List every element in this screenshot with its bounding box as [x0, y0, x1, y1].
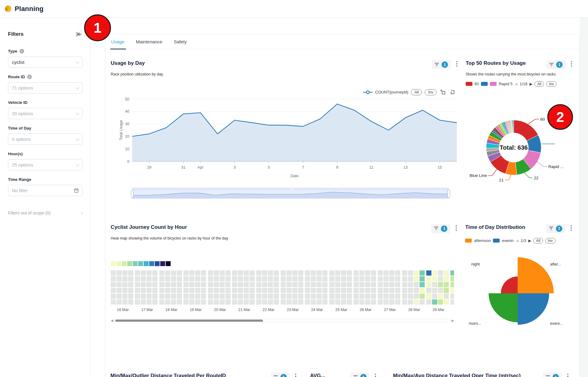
zoom-reset-icon[interactable]	[449, 89, 455, 95]
heatmap-cell[interactable]	[408, 282, 413, 287]
heatmap-cell[interactable]	[274, 288, 279, 293]
heatmap-cell[interactable]	[414, 270, 419, 276]
heatmap-cell[interactable]	[395, 288, 400, 293]
heatmap-cell[interactable]	[395, 299, 400, 305]
heatmap-cell[interactable]	[268, 288, 273, 293]
heatmap-cell[interactable]	[256, 294, 261, 299]
heatmap-cell[interactable]	[311, 299, 316, 305]
heatmap-cell[interactable]	[281, 299, 286, 305]
heatmap-cell[interactable]	[444, 294, 449, 299]
heatmap-cell[interactable]	[311, 276, 316, 281]
heatmap-cell[interactable]	[159, 282, 165, 287]
heatmap-cell[interactable]	[146, 282, 152, 287]
heatmap-cell[interactable]	[201, 288, 206, 293]
brush-handle-left[interactable]	[131, 190, 134, 198]
heatmap-cell[interactable]	[177, 288, 182, 293]
heatmap-cell[interactable]	[152, 288, 157, 293]
heatmap-cell[interactable]	[268, 294, 273, 299]
heatmap-cell[interactable]	[287, 282, 292, 287]
heatmap-cell[interactable]	[189, 294, 194, 299]
heatmap-cell[interactable]	[402, 294, 407, 299]
heatmap-cell[interactable]	[171, 270, 176, 276]
type-select[interactable]: cyclist	[8, 57, 83, 68]
heatmap-cell[interactable]	[238, 294, 243, 299]
heatmap-cell[interactable]	[389, 294, 394, 299]
heatmap-cell[interactable]	[116, 270, 122, 276]
heatmap-cell[interactable]	[141, 288, 146, 293]
heatmap-cell[interactable]	[365, 288, 370, 293]
heatmap-cell[interactable]	[268, 282, 273, 287]
heatmap-cell[interactable]	[274, 276, 279, 281]
heatmap-cell[interactable]	[383, 282, 389, 287]
heatmap-cell[interactable]	[244, 282, 249, 287]
heatmap-cell[interactable]	[214, 276, 219, 281]
heatmap-cell[interactable]	[122, 276, 128, 281]
heatmap-cell[interactable]	[420, 294, 425, 299]
heatmap-cell[interactable]	[244, 270, 249, 276]
heatmap-cell[interactable]	[195, 276, 200, 281]
heatmap-cell[interactable]	[365, 294, 370, 299]
heatmap-cell[interactable]	[238, 276, 243, 281]
heatmap-cell[interactable]	[189, 288, 194, 293]
heatmap-cell[interactable]	[359, 288, 364, 293]
heatmap-cell[interactable]	[141, 276, 146, 281]
heatmap-cell[interactable]	[116, 299, 122, 305]
heatmap-cell[interactable]	[122, 270, 128, 276]
heatmap-cell[interactable]	[329, 294, 335, 299]
heatmap-cell[interactable]	[165, 282, 170, 287]
heatmap-cell[interactable]	[165, 294, 170, 299]
zoom-select-icon[interactable]	[440, 89, 446, 95]
tab-usage[interactable]: Usage	[111, 34, 124, 49]
heatmap-cell[interactable]	[183, 282, 189, 287]
heatmap-cell[interactable]	[420, 270, 425, 276]
heatmap-cell[interactable]	[281, 288, 286, 293]
heatmap-cell[interactable]	[225, 276, 231, 281]
heatmap-cell[interactable]	[189, 282, 194, 287]
heatmap-cell[interactable]	[165, 299, 170, 305]
heatmap-cell[interactable]	[329, 288, 335, 293]
heatmap-cell[interactable]	[122, 282, 128, 287]
heatmap-cell[interactable]	[128, 270, 133, 276]
heatmap-cell[interactable]	[341, 276, 346, 281]
heatmap-cell[interactable]	[141, 282, 146, 287]
heatmap-cell[interactable]	[225, 288, 231, 293]
heatmap-cell[interactable]	[171, 276, 176, 281]
heatmap-cell[interactable]	[450, 299, 454, 305]
heatmap-cell[interactable]	[383, 270, 389, 276]
heatmap-cell[interactable]	[111, 294, 116, 299]
heatmap-cell[interactable]	[347, 270, 352, 276]
heatmap-cell[interactable]	[347, 276, 352, 281]
heatmap-cell[interactable]	[135, 270, 140, 276]
heatmap-cell[interactable]	[426, 288, 431, 293]
heatmap-cell[interactable]	[208, 276, 213, 281]
heatmap-cell[interactable]	[341, 282, 346, 287]
heatmap-cell[interactable]	[195, 299, 200, 305]
heatmap-cell[interactable]	[335, 299, 340, 305]
heatmap-cell[interactable]	[214, 270, 219, 276]
heatmap-cell[interactable]	[292, 294, 298, 299]
heatmap-cell[interactable]	[152, 294, 157, 299]
tod-all-pill[interactable]: All	[533, 238, 543, 243]
heatmap-cell[interactable]	[438, 282, 443, 287]
heatmap-cell[interactable]	[432, 299, 437, 305]
heatmap-cell[interactable]	[322, 294, 327, 299]
heatmap-cell[interactable]	[341, 288, 346, 293]
heatmap-cell[interactable]	[292, 276, 298, 281]
heatmap-cell[interactable]	[420, 282, 425, 287]
heatmap-cell[interactable]	[195, 288, 200, 293]
heatmap-cell[interactable]	[414, 294, 419, 299]
heatmap-cell[interactable]	[438, 276, 443, 281]
heatmap-cell[interactable]	[122, 288, 128, 293]
heatmap-cell[interactable]	[287, 294, 292, 299]
heatmap-cell[interactable]	[383, 299, 389, 305]
heatmap-cell[interactable]	[311, 294, 316, 299]
heatmap-cell[interactable]	[141, 270, 146, 276]
heatmap-cell[interactable]	[201, 299, 206, 305]
heatmap-cell[interactable]	[232, 294, 237, 299]
heatmap-cell[interactable]	[268, 270, 273, 276]
route-id-select[interactable]: 71 options	[8, 82, 83, 93]
heatmap-cell[interactable]	[201, 270, 206, 276]
heatmap-cell[interactable]	[183, 299, 189, 305]
heatmap-cell[interactable]	[305, 270, 310, 276]
heatmap-cell[interactable]	[256, 270, 261, 276]
